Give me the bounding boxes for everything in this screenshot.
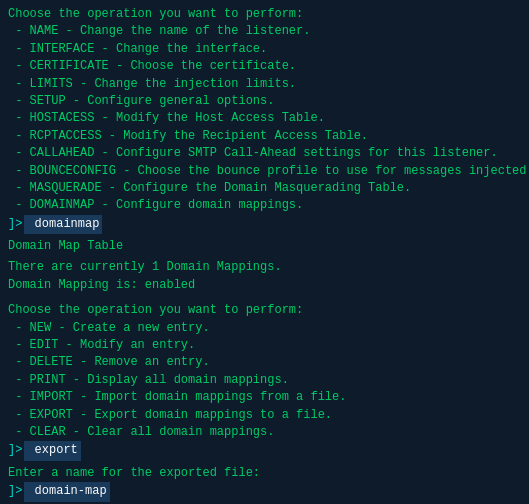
line-11: - MASQUERADE - Configure the Domain Masq… (8, 180, 521, 197)
domain-mappings-count: There are currently 1 Domain Mappings. (8, 259, 521, 276)
domain-mapping-status: Domain Mapping is: enabled (8, 277, 521, 294)
line-5: - LIMITS - Change the injection limits. (8, 76, 521, 93)
line-1: Choose the operation you want to perform… (8, 6, 521, 23)
option-export: - EXPORT - Export domain mappings to a f… (8, 407, 521, 424)
option-print: - PRINT - Display all domain mappings. (8, 372, 521, 389)
line-7: - HOSTACESS - Modify the Host Access Tab… (8, 110, 521, 127)
input-value-export: export (24, 441, 80, 460)
option-new: - NEW - Create a new entry. (8, 320, 521, 337)
input-filename[interactable]: ]> domain-map (8, 482, 521, 501)
input-value-filename: domain-map (24, 482, 109, 501)
input-export[interactable]: ]> export (8, 441, 521, 460)
prompt-1: ]> (8, 216, 22, 233)
domain-map-table-header: Domain Map Table (8, 238, 521, 255)
option-import: - IMPORT - Import domain mappings from a… (8, 389, 521, 406)
input-domainmap[interactable]: ]> domainmap (8, 215, 521, 234)
input-value-domainmap: domainmap (24, 215, 102, 234)
enter-filename-prompt: Enter a name for the exported file: (8, 465, 521, 482)
option-delete: - DELETE - Remove an entry. (8, 354, 521, 371)
terminal: Choose the operation you want to perform… (0, 0, 529, 504)
choose-operation-2: Choose the operation you want to perform… (8, 302, 521, 319)
prompt-2: ]> (8, 442, 22, 459)
line-12: - DOMAINMAP - Configure domain mappings. (8, 197, 521, 214)
line-3: - INTERFACE - Change the interface. (8, 41, 521, 58)
line-2: - NAME - Change the name of the listener… (8, 23, 521, 40)
prompt-3: ]> (8, 483, 22, 500)
line-6: - SETUP - Configure general options. (8, 93, 521, 110)
line-4: - CERTIFICATE - Choose the certificate. (8, 58, 521, 75)
line-9: - CALLAHEAD - Configure SMTP Call-Ahead … (8, 145, 521, 162)
option-edit: - EDIT - Modify an entry. (8, 337, 521, 354)
option-clear: - CLEAR - Clear all domain mappings. (8, 424, 521, 441)
line-10: - BOUNCECONFIG - Choose the bounce profi… (8, 163, 521, 180)
line-8: - RCPTACCESS - Modify the Recipient Acce… (8, 128, 521, 145)
